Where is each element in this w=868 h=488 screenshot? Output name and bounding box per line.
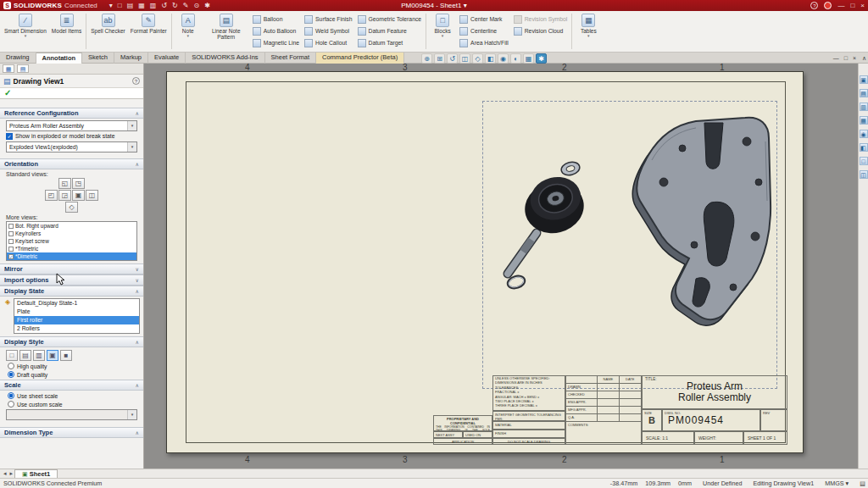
scroll-left-icon[interactable]: ◂: [2, 470, 8, 477]
view-back-button[interactable]: ◳: [72, 178, 85, 189]
hide-show-items-icon[interactable]: ◉: [498, 53, 509, 64]
section-import-options[interactable]: Import options ∨: [0, 274, 143, 286]
help-icon[interactable]: ?: [132, 77, 140, 85]
model-items-button[interactable]: ≣ Model Items: [49, 12, 84, 51]
note-button[interactable]: A Note ▾: [174, 12, 203, 51]
section-view-icon[interactable]: ◫: [459, 53, 470, 64]
command-tab[interactable]: Sketch: [82, 53, 114, 64]
use-custom-scale-radio[interactable]: [8, 401, 14, 408]
custom-scale-dropdown[interactable]: ▾: [6, 409, 137, 420]
maximize-button[interactable]: □: [850, 2, 854, 9]
blocks-button[interactable]: □ Blocks ▾: [428, 12, 457, 51]
view-top-button[interactable]: ▣: [72, 190, 85, 201]
smart-dimension-button[interactable]: ∕ Smart Dimension ▾: [2, 12, 49, 51]
view-isometric-button[interactable]: ◇: [65, 202, 78, 213]
file-menu-arrow-icon[interactable]: ▾: [109, 0, 113, 11]
property-manager-tab[interactable]: ▤: [17, 64, 29, 73]
forum-icon[interactable]: ◫: [860, 170, 868, 179]
command-tab[interactable]: SOLIDWORKS Add-Ins: [186, 53, 264, 64]
view-orientation-icon[interactable]: ◇: [472, 53, 483, 64]
options-icon[interactable]: ▤: [860, 479, 865, 488]
view-list-item[interactable]: Key/set screw: [7, 237, 136, 245]
feature-manager-tab[interactable]: ▦: [3, 64, 14, 73]
custom-properties-icon[interactable]: □: [860, 157, 868, 165]
view-front-button[interactable]: ◱: [58, 178, 71, 189]
display-style-button[interactable]: ▣: [47, 350, 58, 361]
display-style-icon[interactable]: ◧: [485, 53, 496, 64]
section-display-state[interactable]: Display State ∧: [0, 286, 143, 297]
view-list-item[interactable]: Key/rollers: [7, 230, 136, 237]
view-checkbox[interactable]: [8, 231, 14, 236]
new-file-icon[interactable]: □: [118, 0, 122, 11]
section-orientation[interactable]: Orientation ∧: [0, 158, 143, 169]
view-settings-icon[interactable]: ✱: [536, 53, 547, 64]
command-tab[interactable]: Annotation: [36, 53, 83, 64]
view-bottom-button[interactable]: ◫: [86, 190, 98, 201]
view-list-item[interactable]: *Trimetric: [7, 245, 136, 252]
close-button[interactable]: ×: [860, 2, 865, 9]
section-display-style[interactable]: Display Style ∧: [0, 336, 143, 347]
open-file-icon[interactable]: ▤: [127, 0, 134, 11]
scene-icon[interactable]: ◧: [860, 143, 868, 152]
view-checkbox[interactable]: [8, 247, 14, 252]
display-state-item[interactable]: First roller: [14, 316, 139, 324]
draft-quality-radio[interactable]: [8, 371, 14, 378]
undo-icon[interactable]: ↺: [161, 0, 167, 11]
unit-system-selector[interactable]: MMGS ▾: [825, 479, 849, 488]
rebuild-icon[interactable]: ⊙: [193, 0, 199, 11]
section-dimension-type[interactable]: Dimension Type ∧: [0, 427, 143, 438]
redo-icon[interactable]: ↻: [172, 0, 178, 11]
doc-close-button[interactable]: ×: [853, 55, 856, 61]
display-style-button[interactable]: □: [6, 350, 18, 361]
help-icon[interactable]: ?: [810, 2, 818, 9]
command-tab[interactable]: Evaluate: [148, 53, 186, 64]
tables-button[interactable]: ▦ Tables ▾: [574, 12, 603, 51]
display-state-item[interactable]: 2 Rollers: [14, 324, 139, 333]
view-right-button[interactable]: ◲: [58, 190, 71, 201]
zoom-to-area-icon[interactable]: ⊞: [434, 53, 445, 64]
exploded-state-checkbox[interactable]: ✓: [6, 133, 13, 140]
display-style-button[interactable]: ▤: [19, 350, 31, 361]
display-style-button[interactable]: ■: [60, 350, 72, 361]
view-checkbox[interactable]: ✓: [8, 254, 14, 259]
view-left-button[interactable]: ◰: [45, 190, 58, 201]
section-scale[interactable]: Scale ∧: [0, 380, 143, 391]
doc-minimize-button[interactable]: —: [833, 55, 839, 61]
use-sheet-scale-radio[interactable]: [8, 392, 14, 399]
doc-restore-button[interactable]: □: [844, 55, 848, 61]
sheet-tab[interactable]: ▣ Sheet1: [14, 469, 58, 478]
ribbon-collapse-icon[interactable]: ∧: [862, 53, 866, 64]
command-tab[interactable]: Drawing: [0, 53, 36, 64]
view-list-item[interactable]: Bot. Right upward: [7, 222, 136, 230]
save-icon[interactable]: ▦: [138, 0, 145, 11]
format-painter-button[interactable]: ✎ Format Painter: [128, 12, 170, 51]
design-library-icon[interactable]: ▤: [860, 89, 868, 97]
scroll-right-icon[interactable]: ▸: [8, 470, 15, 477]
select-icon[interactable]: ✎: [183, 0, 189, 11]
exploded-view-dropdown[interactable]: Exploded View1(exploded) ▾: [6, 141, 137, 152]
section-reference-configuration[interactable]: Reference Configuration ∧: [0, 108, 143, 119]
3dexperience-icon[interactable]: ▣: [860, 75, 868, 84]
apply-scene-icon[interactable]: ▦: [523, 53, 534, 64]
command-tab[interactable]: Command Predictor (Beta): [316, 53, 404, 64]
exploded-view-graphic[interactable]: [482, 101, 777, 389]
drawing-sheet[interactable]: PROPRIETARY AND CONFIDENTIAL THE INFORMA…: [166, 71, 804, 453]
spell-checker-button[interactable]: ab Spell Checker: [88, 12, 127, 51]
display-style-button[interactable]: ▥: [33, 350, 45, 361]
minimize-button[interactable]: —: [837, 2, 844, 9]
file-explorer-icon[interactable]: ▥: [860, 103, 868, 111]
display-state-item[interactable]: Default_Display State-1: [14, 299, 139, 308]
high-quality-radio[interactable]: [8, 363, 14, 369]
view-palette-icon[interactable]: ▦: [860, 116, 868, 125]
zoom-to-fit-icon[interactable]: ⊕: [421, 53, 432, 64]
view-checkbox[interactable]: [8, 224, 14, 229]
graphics-area[interactable]: 4 3 2 1 4 3 2 1 B A B A: [144, 64, 858, 469]
ok-button[interactable]: ✓: [4, 88, 11, 98]
section-mirror[interactable]: Mirror ∨: [0, 263, 143, 274]
linear-note-pattern-button[interactable]: ▤ Linear Note Pattern: [203, 12, 250, 51]
options-icon[interactable]: ✱: [204, 0, 210, 11]
print-icon[interactable]: ▥: [150, 0, 157, 11]
command-tab[interactable]: Markup: [114, 53, 148, 64]
view-checkbox[interactable]: [8, 239, 14, 244]
view-list-item[interactable]: ✓ *Dimetric: [7, 252, 136, 260]
